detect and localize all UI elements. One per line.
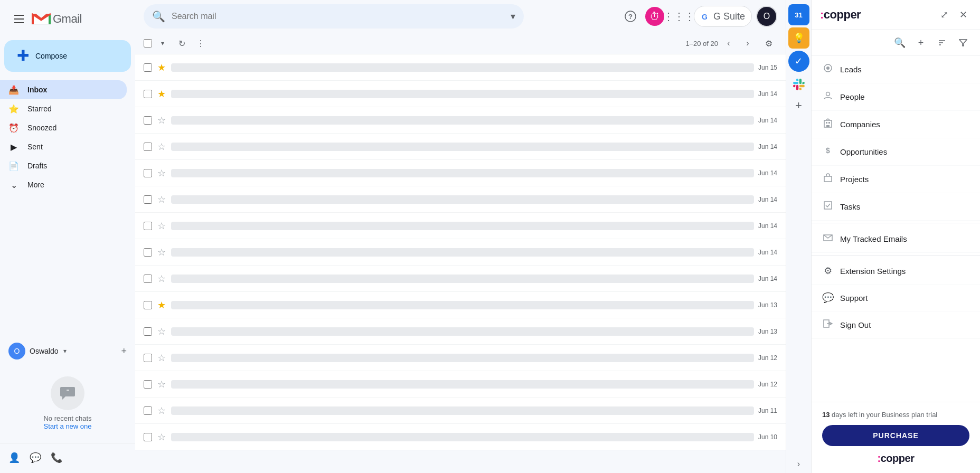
- add-account-icon[interactable]: +: [121, 346, 127, 357]
- star-button[interactable]: ☆: [156, 273, 167, 285]
- tasks-check-icon[interactable]: ✓: [788, 51, 809, 72]
- nav-item-drafts[interactable]: 📄 Drafts: [0, 156, 127, 175]
- copper-nav-sign-out[interactable]: Sign Out: [812, 311, 980, 339]
- mail-row[interactable]: ☆ Jun 14: [135, 213, 786, 239]
- mail-row[interactable]: ★ Jun 14: [135, 81, 786, 107]
- mail-checkbox[interactable]: [144, 433, 152, 441]
- refresh-button[interactable]: ↻: [173, 35, 190, 52]
- nav-item-sent[interactable]: ▶ Sent: [0, 137, 127, 156]
- mail-row[interactable]: ★ Jun 13: [135, 292, 786, 318]
- copper-nav-leads[interactable]: Leads: [812, 56, 980, 83]
- copper-nav-support[interactable]: 💬 Support: [812, 285, 980, 311]
- copper-nav-tasks[interactable]: Tasks: [812, 193, 980, 221]
- add-app-button[interactable]: +: [790, 97, 807, 114]
- mail-row[interactable]: ★ Jun 15: [135, 54, 786, 81]
- mail-row[interactable]: ☆ Jun 14: [135, 186, 786, 213]
- mail-checkbox[interactable]: [144, 222, 152, 230]
- nav-item-inbox[interactable]: 📥 Inbox: [0, 80, 127, 99]
- start-chat-link[interactable]: Start a new one: [43, 422, 91, 430]
- mail-checkbox[interactable]: [144, 90, 152, 98]
- search-input[interactable]: [172, 12, 504, 21]
- help-button[interactable]: ?: [620, 6, 641, 27]
- mail-checkbox[interactable]: [144, 143, 152, 151]
- apps-button[interactable]: ⋮⋮⋮: [668, 6, 690, 27]
- mail-checkbox[interactable]: [144, 169, 152, 177]
- copper-nav-projects[interactable]: Projects: [812, 166, 980, 193]
- mail-checkbox[interactable]: [144, 380, 152, 389]
- star-button[interactable]: ☆: [156, 194, 167, 205]
- more-options-button[interactable]: ⋮: [192, 35, 209, 52]
- mail-checkbox[interactable]: [144, 116, 152, 125]
- copper-add-button[interactable]: +: [912, 34, 929, 51]
- star-button[interactable]: ☆: [156, 141, 167, 153]
- copper-topbar-icons: ⤢ ✕: [936, 6, 972, 23]
- close-button[interactable]: ✕: [955, 6, 972, 23]
- prev-page-button[interactable]: ‹: [720, 35, 737, 52]
- mail-checkbox[interactable]: [144, 248, 152, 257]
- mail-content: [171, 354, 754, 362]
- search-dropdown-icon[interactable]: ▾: [511, 11, 515, 22]
- mail-row[interactable]: ☆ Jun 12: [135, 345, 786, 371]
- star-button[interactable]: ☆: [156, 379, 167, 390]
- mail-checkbox[interactable]: [144, 406, 152, 415]
- star-button[interactable]: ☆: [156, 431, 167, 443]
- mail-row[interactable]: ☆ Jun 14: [135, 160, 786, 186]
- mail-content: [171, 116, 754, 125]
- account-section[interactable]: O Oswaldo ▾ +: [0, 338, 135, 364]
- chat-icon[interactable]: 💬: [30, 452, 42, 465]
- select-dropdown-button[interactable]: ▾: [154, 35, 171, 52]
- copper-nav-people[interactable]: People: [812, 83, 980, 111]
- star-button[interactable]: ★: [156, 88, 167, 100]
- hamburger-button[interactable]: [8, 8, 30, 30]
- mail-checkbox[interactable]: [144, 275, 152, 283]
- mail-row[interactable]: ☆ Jun 14: [135, 134, 786, 160]
- phone-icon[interactable]: 📞: [51, 452, 63, 465]
- timer-button[interactable]: ⏱: [645, 7, 664, 26]
- mail-row[interactable]: ☆ Jun 14: [135, 266, 786, 292]
- mail-checkbox[interactable]: [144, 195, 152, 204]
- expand-button[interactable]: ⤢: [936, 6, 953, 23]
- nav-item-more[interactable]: ⌄ More: [0, 175, 127, 194]
- star-button[interactable]: ☆: [156, 326, 167, 337]
- copper-nav-extension-settings[interactable]: ⚙ Extension Settings: [812, 258, 980, 285]
- select-all-checkbox[interactable]: [144, 39, 152, 48]
- nav-item-starred[interactable]: ⭐ Starred: [0, 99, 127, 118]
- calendar-icon[interactable]: 31: [788, 4, 809, 25]
- mail-row[interactable]: ☆ Jun 11: [135, 398, 786, 424]
- mail-checkbox[interactable]: [144, 354, 152, 362]
- mail-row[interactable]: ☆ Jun 12: [135, 371, 786, 398]
- expand-panel-button[interactable]: ›: [797, 459, 800, 469]
- mail-row[interactable]: ☆ Jun 13: [135, 318, 786, 345]
- copper-search-button[interactable]: 🔍: [891, 34, 908, 51]
- copper-nav-companies[interactable]: Companies: [812, 111, 980, 138]
- slack-icon[interactable]: [788, 74, 809, 95]
- contacts-icon[interactable]: 👤: [8, 452, 21, 465]
- star-button[interactable]: ★: [156, 299, 167, 311]
- compose-button[interactable]: ✚ Compose: [4, 40, 131, 72]
- g-suite-button[interactable]: G G Suite: [694, 6, 752, 27]
- mail-checkbox[interactable]: [144, 63, 152, 72]
- star-button[interactable]: ☆: [156, 405, 167, 417]
- star-button[interactable]: ☆: [156, 247, 167, 258]
- mail-row[interactable]: ☆ Jun 10: [135, 424, 786, 450]
- star-button[interactable]: ☆: [156, 115, 167, 126]
- next-page-button[interactable]: ›: [739, 35, 756, 52]
- nav-item-snoozed[interactable]: ⏰ Snoozed: [0, 118, 127, 137]
- star-button[interactable]: ★: [156, 62, 167, 73]
- star-button[interactable]: ☆: [156, 352, 167, 364]
- copper-nav-tracked-emails[interactable]: My Tracked Emails: [812, 225, 980, 253]
- copper-nav-opportunities[interactable]: $ Opportunities: [812, 138, 980, 166]
- mail-row[interactable]: ☆ Jun 14: [135, 239, 786, 266]
- star-button[interactable]: ☆: [156, 167, 167, 179]
- mail-checkbox[interactable]: [144, 301, 152, 309]
- star-button[interactable]: ☆: [156, 220, 167, 232]
- lightbulb-icon[interactable]: 💡: [788, 27, 809, 49]
- purchase-button[interactable]: PURCHASE: [822, 425, 969, 446]
- gmail-sidebar: Gmail ✚ Compose 📥 Inbox ⭐ Starred ⏰ Snoo…: [0, 0, 135, 473]
- user-avatar-button[interactable]: O: [756, 6, 777, 27]
- settings-button[interactable]: ⚙: [760, 35, 777, 52]
- mail-checkbox[interactable]: [144, 327, 152, 336]
- copper-filter-button[interactable]: [955, 34, 972, 51]
- mail-row[interactable]: ☆ Jun 14: [135, 107, 786, 134]
- copper-sort-desc-button[interactable]: [934, 34, 950, 51]
